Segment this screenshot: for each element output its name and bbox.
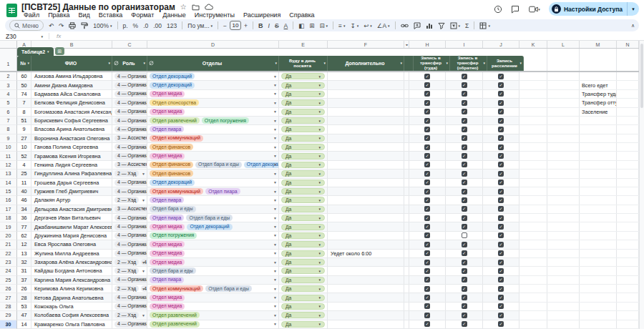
cell-housing[interactable]: ✓ xyxy=(483,214,519,222)
cell-housing[interactable]: ✓ xyxy=(483,250,519,257)
cell-K29[interactable] xyxy=(519,311,547,319)
checkbox-transfer-to[interactable]: ✓ xyxy=(424,268,430,274)
header-H[interactable]: Запись в трансфер (туда)▾ xyxy=(414,56,450,71)
checkbox-transfer-to[interactable]: ✓ xyxy=(424,260,430,265)
cell-M9[interactable] xyxy=(580,134,617,142)
row-header-3[interactable]: 3 xyxy=(0,81,17,89)
print-button[interactable] xyxy=(67,21,78,30)
cell-num[interactable]: 8 xyxy=(17,108,31,116)
cell-K20[interactable] xyxy=(519,232,547,240)
cell-transfer-to[interactable]: ✓ xyxy=(409,276,446,284)
cell-attend[interactable]: Да▾ xyxy=(279,108,328,116)
cell-fio[interactable]: Ганова Полина Сергеевна xyxy=(31,143,112,151)
cell-transfer-back[interactable]: ✓ xyxy=(446,320,483,328)
row-header[interactable]: 1 xyxy=(0,49,17,71)
cell-transfer-back[interactable]: ✓ xyxy=(446,222,483,230)
cell-note[interactable] xyxy=(328,170,404,177)
cell-K11[interactable] xyxy=(519,152,547,159)
row-header-18[interactable]: 18 xyxy=(0,214,17,222)
vertical-align-button[interactable]: ↧▾ xyxy=(348,21,361,30)
cell-M27[interactable] xyxy=(580,293,617,301)
cell-role[interactable]: 4 — Организа▼ xyxy=(112,320,147,328)
cell-N6[interactable] xyxy=(617,108,639,116)
row-header-25[interactable]: 25 xyxy=(0,276,17,285)
cell-L28[interactable] xyxy=(547,303,580,310)
attend-dropdown[interactable]: Да▾ xyxy=(281,117,325,124)
cell-N2[interactable] xyxy=(617,72,639,80)
cell-departments[interactable]: Отдел медиа▼ xyxy=(147,293,279,301)
star-icon[interactable]: ☆ xyxy=(180,4,187,11)
cell-transfer-to[interactable]: ✓ xyxy=(409,303,446,310)
departments-dropdown-caret[interactable]: ▼ xyxy=(273,127,277,132)
cell-transfer-to[interactable]: ✓ xyxy=(409,250,446,257)
cell-housing[interactable]: ✓ xyxy=(483,161,519,169)
comments-icon[interactable] xyxy=(510,4,520,14)
cell-note[interactable] xyxy=(328,311,404,319)
role-dropdown-caret[interactable]: ▼ xyxy=(142,101,145,105)
cell-departments[interactable]: Отдел коммуникаций▼ xyxy=(147,134,279,142)
cell-housing[interactable]: ✓ xyxy=(483,320,519,328)
document-title[interactable]: [ПСВТ25] Данные по организаторам xyxy=(21,2,175,12)
row-header-14[interactable]: 14 xyxy=(0,179,17,187)
checkbox-transfer-to[interactable]: ✓ xyxy=(424,321,430,327)
cell-N21[interactable] xyxy=(617,240,639,248)
cell-transfer-to[interactable]: ✓ xyxy=(409,125,446,133)
attend-dropdown[interactable]: Да▾ xyxy=(281,295,325,301)
cell-note[interactable] xyxy=(328,143,404,151)
cell-role[interactable]: 2 — Хэд4 —▼ xyxy=(112,285,147,293)
cell-L19[interactable] xyxy=(547,222,580,230)
checkbox-transfer-back[interactable]: ✓ xyxy=(462,162,467,167)
checkbox-transfer-to[interactable]: ✓ xyxy=(424,224,430,230)
cell-N29[interactable] xyxy=(617,311,639,319)
cell-housing[interactable]: ✓ xyxy=(483,125,519,133)
cell-transfer-back[interactable]: ✓ xyxy=(446,170,483,177)
cell-attend[interactable]: Да▾ xyxy=(279,134,328,142)
cell-transfer-to[interactable]: ✓ xyxy=(409,99,446,107)
attend-dropdown[interactable]: Да▾ xyxy=(281,267,325,274)
cell-departments[interactable]: Отдел медиа▼ xyxy=(147,90,279,98)
column-header-J[interactable]: J xyxy=(483,41,519,48)
row-header-2[interactable]: 2 xyxy=(0,72,17,81)
cell-fio[interactable]: Гуржиев Глеб Дмитриевич xyxy=(31,187,112,195)
checkbox-housing[interactable]: ✓ xyxy=(498,91,504,97)
cell-transfer-back[interactable]: ✓ xyxy=(446,293,483,301)
role-dropdown-caret[interactable]: ▼ xyxy=(142,119,145,123)
cell-note[interactable] xyxy=(328,267,404,275)
cell-note[interactable] xyxy=(328,285,404,293)
sheets-logo-icon[interactable] xyxy=(6,4,17,17)
cell-note[interactable] xyxy=(328,161,404,169)
cell-attend[interactable]: Да▾ xyxy=(279,311,328,319)
row-header-27[interactable]: 27 xyxy=(0,293,17,302)
cell-N23[interactable] xyxy=(617,258,639,266)
cell-departments[interactable]: Отдел медиа▼ xyxy=(147,303,279,310)
departments-dropdown-caret[interactable]: ▼ xyxy=(273,180,277,185)
header-A[interactable]: №▾ xyxy=(17,56,31,71)
cell-transfer-to[interactable]: ✓ xyxy=(409,108,446,116)
menu-Формат[interactable]: Формат xyxy=(127,11,157,19)
departments-dropdown-caret[interactable]: ▼ xyxy=(273,242,277,247)
cell-attend[interactable]: Да▾ xyxy=(279,81,328,89)
cell-L30[interactable] xyxy=(547,320,580,328)
cell-housing[interactable]: ✓ xyxy=(483,258,519,266)
cell-attend[interactable]: Да▾ xyxy=(279,303,328,310)
header-D[interactable]: Отделы▾ xyxy=(147,56,279,71)
cell-role[interactable]: 4 — Организа▼ xyxy=(112,250,147,257)
attend-dropdown[interactable]: Да▾ xyxy=(281,144,325,150)
role-dropdown-caret[interactable]: ▼ xyxy=(142,136,145,140)
redo-button[interactable]: ↷ xyxy=(57,21,66,30)
cell-housing[interactable]: ✓ xyxy=(483,311,519,319)
cell-K3[interactable] xyxy=(519,81,547,89)
cell-note[interactable] xyxy=(328,205,404,213)
header-filter-caret[interactable]: ▾ xyxy=(446,62,448,65)
cell-M11[interactable] xyxy=(580,152,617,159)
cell-note[interactable] xyxy=(328,320,404,328)
role-dropdown-caret[interactable]: ▼ xyxy=(142,127,145,132)
insert-comment-button[interactable] xyxy=(411,21,423,30)
cell-fio[interactable]: Дружинина Мария Денисовна xyxy=(31,232,112,240)
checkbox-transfer-to[interactable]: ✓ xyxy=(424,162,430,167)
checkbox-transfer-back[interactable]: ✓ xyxy=(462,153,467,159)
cell-note[interactable] xyxy=(328,179,404,187)
cell-departments[interactable]: Отдел бара и еды▼ xyxy=(147,267,279,275)
row-header-13[interactable]: 13 xyxy=(0,170,17,178)
checkbox-housing[interactable]: ✓ xyxy=(498,313,504,318)
